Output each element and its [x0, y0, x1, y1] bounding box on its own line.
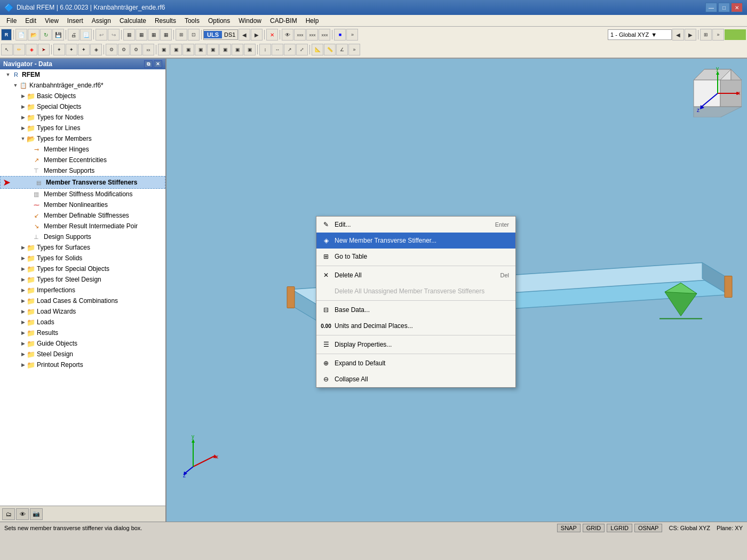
tb2-3d4[interactable]: ⤢ [296, 44, 308, 55]
tb2-more[interactable]: » [348, 44, 360, 55]
tb2-shapes8[interactable]: ▣ [244, 44, 256, 55]
tb-xxx1[interactable]: xxx [294, 29, 306, 41]
tb-print-prev[interactable]: 🖨 [68, 29, 80, 41]
tree-item-types-members[interactable]: ▼ 📂 Types for Members [0, 133, 165, 144]
tree-item-types-nodes[interactable]: ▶ 📁 Types for Nodes [0, 112, 165, 123]
tb2-shapes[interactable]: ▣ [158, 44, 170, 55]
ctx-display-props[interactable]: ☰ Display Properties... [316, 337, 515, 353]
tb-grid-icon[interactable]: ⊞ [700, 29, 712, 41]
tb2-measure[interactable]: 📐 [312, 44, 323, 55]
expander-solids[interactable]: ▶ [19, 255, 27, 261]
tb-open[interactable]: 📂 [28, 29, 39, 41]
tb-new[interactable]: 📄 [15, 29, 27, 41]
tb-save[interactable]: 💾 [52, 29, 64, 41]
expander-members[interactable]: ▼ [19, 136, 27, 141]
tb2-star[interactable]: ✦ [53, 44, 65, 55]
tb2-arrow[interactable]: ➤ [38, 44, 50, 55]
minimize-button[interactable]: — [705, 3, 717, 12]
ctx-units[interactable]: 0.00 Units and Decimal Places... [316, 318, 515, 334]
tb-colors[interactable]: ■ [334, 29, 346, 41]
tree-item-types-lines[interactable]: ▶ 📁 Types for Lines [0, 123, 165, 133]
tb2-combo[interactable]: ◈ [90, 44, 102, 55]
close-button[interactable]: ✕ [731, 3, 743, 12]
tb2-3d2[interactable]: ↔ [272, 44, 283, 55]
expander-load-cases[interactable]: ▶ [19, 298, 27, 303]
title-bar-controls[interactable]: — □ ✕ [705, 3, 743, 12]
nav-eye-btn[interactable]: 👁 [16, 508, 29, 520]
uls-combo[interactable]: ULS DS1 [203, 29, 238, 40]
expander-loads[interactable]: ▶ [19, 319, 27, 325]
osnap-button[interactable]: OSNAP [634, 524, 663, 532]
coord-dropdown-icon[interactable]: ▼ [651, 31, 657, 38]
menu-cad-bim[interactable]: CAD-BIM [266, 16, 301, 26]
tree-item-file[interactable]: ▼ 📋 Kranbahnträger_ende.rf6* [0, 80, 165, 91]
tree-item-rfem[interactable]: ▼ R RFEM [0, 69, 165, 80]
tb2-shapes2[interactable]: ▣ [170, 44, 182, 55]
tb2-calc[interactable]: ⚙ [106, 44, 117, 55]
tb-xxx2[interactable]: xxx [306, 29, 318, 41]
tree-item-steel-design[interactable]: ▶ 📁 Steel Design [0, 349, 165, 359]
tb-next[interactable]: ▶ [251, 29, 263, 41]
tb2-calc2[interactable]: ⚙ [118, 44, 130, 55]
expander-steel-design[interactable]: ▶ [19, 351, 27, 357]
menu-file[interactable]: File [2, 16, 21, 26]
tb-view2[interactable]: ⊡ [188, 29, 200, 41]
tb-rfem-icon[interactable]: R [1, 29, 12, 41]
menu-assign[interactable]: Assign [88, 16, 115, 26]
menu-help[interactable]: Help [301, 16, 323, 26]
tree-item-results[interactable]: ▶ 📁 Results [0, 327, 165, 338]
expander-file[interactable]: ▼ [12, 83, 19, 88]
menu-tools[interactable]: Tools [180, 16, 204, 26]
tree-item-types-steel-design[interactable]: ▶ 📁 Types for Steel Design [0, 274, 165, 285]
tb2-color1[interactable]: ◈ [26, 44, 37, 55]
snap-button[interactable]: SNAP [557, 524, 581, 532]
menu-results[interactable]: Results [150, 16, 180, 26]
tree-item-member-result-intermediate[interactable]: ↘ Member Result Intermediate Poir [0, 221, 165, 231]
nav-camera-btn[interactable]: 📷 [30, 508, 43, 520]
expander-load-wizards[interactable]: ▶ [19, 309, 27, 314]
tb-view1[interactable]: ⊞ [176, 29, 187, 41]
tb2-3d1[interactable]: ↕ [259, 44, 271, 55]
menu-insert[interactable]: Insert [63, 16, 88, 26]
tb2-edit[interactable]: ✏ [13, 44, 25, 55]
tb2-calc3[interactable]: ⚙ [130, 44, 142, 55]
expander-results[interactable]: ▶ [19, 330, 27, 335]
ctx-edit[interactable]: ✎ Edit... Enter [316, 217, 515, 233]
tb-print[interactable]: 📃 [80, 29, 92, 41]
tb2-xx[interactable]: xx [142, 44, 154, 55]
tb2-shapes5[interactable]: ▣ [207, 44, 219, 55]
tb2-angle[interactable]: ∠ [336, 44, 348, 55]
tb-xxx3[interactable]: xxx [319, 29, 330, 41]
grid-button[interactable]: GRID [583, 524, 605, 532]
tb2-shapes4[interactable]: ▣ [195, 44, 206, 55]
tb-coord-next[interactable]: ▶ [685, 29, 696, 41]
tree-item-member-hinges[interactable]: ⊸ Member Hinges [0, 144, 165, 155]
menu-edit[interactable]: Edit [21, 16, 41, 26]
tree-item-types-special-objects[interactable]: ▶ 📁 Types for Special Objects [0, 263, 165, 274]
tb-more[interactable]: » [346, 29, 358, 41]
ctx-collapse-all[interactable]: ⊖ Collapse All [316, 371, 515, 387]
expander-lines[interactable]: ▶ [19, 125, 27, 131]
tree-item-basic-objects[interactable]: ▶ 📁 Basic Objects [0, 91, 165, 101]
tb-stop[interactable]: ✕ [266, 29, 278, 41]
tb-table1[interactable]: ▦ [123, 29, 135, 41]
expander-surfaces[interactable]: ▶ [19, 245, 27, 250]
tb2-measure2[interactable]: 📏 [324, 44, 336, 55]
tb-prev[interactable]: ◀ [239, 29, 250, 41]
coord-combo[interactable]: 1 - Global XYZ ▼ [608, 29, 672, 40]
expander-steel[interactable]: ▶ [19, 277, 27, 282]
nav-data-btn[interactable]: 🗂 [2, 508, 15, 520]
expander-special-obj[interactable]: ▶ [19, 266, 27, 271]
tree-item-member-definable-stiffnesses[interactable]: ↙ Member Definable Stiffnesses [0, 210, 165, 221]
tb-more2[interactable]: » [712, 29, 724, 41]
tb-coord-prev[interactable]: ◀ [672, 29, 684, 41]
tree-item-member-supports[interactable]: ⊤ Member Supports [0, 165, 165, 176]
tb2-star3[interactable]: ✦ [78, 44, 90, 55]
nav-close-btn[interactable]: ✕ [154, 60, 162, 68]
ctx-delete-all[interactable]: ✕ Delete All Del [316, 267, 515, 283]
tb2-shapes7[interactable]: ▣ [232, 44, 243, 55]
tree-item-member-eccentricities[interactable]: ↗ Member Eccentricities [0, 155, 165, 165]
tb-table2[interactable]: ▦ [136, 29, 147, 41]
ctx-new-stiffener[interactable]: ◈ New Member Transverse Stiffener... [316, 233, 515, 249]
tree-item-types-surfaces[interactable]: ▶ 📁 Types for Surfaces [0, 242, 165, 253]
